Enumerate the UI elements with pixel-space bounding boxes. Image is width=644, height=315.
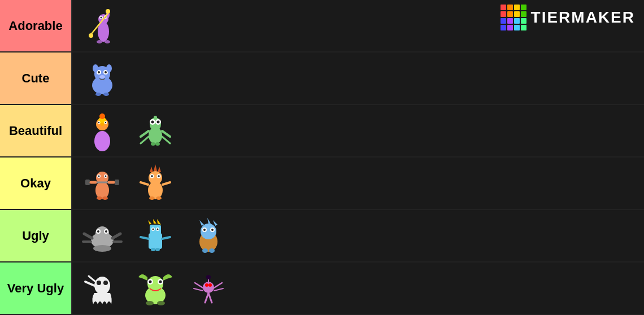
svg-point-15 <box>98 71 100 73</box>
svg-line-123 <box>208 293 212 303</box>
svg-line-124 <box>195 283 204 288</box>
svg-point-93 <box>151 248 155 251</box>
svg-marker-88 <box>148 220 151 225</box>
logo-cell <box>501 5 506 10</box>
tier-label-ugly: Ugly <box>0 210 71 261</box>
svg-point-85 <box>153 228 154 230</box>
svg-point-106 <box>94 277 110 295</box>
monster-slot-ugly-2 <box>130 213 181 259</box>
svg-point-18 <box>93 64 98 72</box>
tier-content-veryugly <box>71 262 644 314</box>
svg-point-17 <box>105 71 107 73</box>
tier-row-cute: Cute <box>0 53 644 105</box>
monster-veryugly-3 <box>186 266 231 311</box>
svg-point-87 <box>157 228 159 230</box>
svg-line-39 <box>141 131 149 137</box>
svg-point-31 <box>105 121 106 123</box>
svg-marker-101 <box>199 220 204 226</box>
svg-point-22 <box>103 93 109 96</box>
svg-line-42 <box>162 137 170 143</box>
monster-slot-okay-1 <box>77 161 128 206</box>
svg-line-69 <box>141 182 148 185</box>
svg-marker-64 <box>150 167 153 172</box>
svg-point-26 <box>99 113 105 119</box>
svg-point-21 <box>95 93 101 96</box>
svg-line-122 <box>205 293 208 303</box>
tier-row-okay: Okay <box>0 158 644 210</box>
svg-point-108 <box>103 281 108 285</box>
svg-point-96 <box>201 224 216 239</box>
logo-cell <box>514 5 520 10</box>
logo-cell <box>507 25 513 30</box>
monster-slot-ugly-3 <box>183 213 234 259</box>
svg-point-104 <box>202 248 208 253</box>
svg-line-125 <box>213 283 222 288</box>
svg-marker-65 <box>154 164 157 171</box>
monster-slot-beautiful-2 <box>130 108 181 154</box>
tier-label-cute: Cute <box>0 53 71 104</box>
svg-point-3 <box>101 16 102 18</box>
monster-slot-ugly-1 <box>77 213 128 259</box>
svg-rect-82 <box>149 233 162 249</box>
svg-point-7 <box>106 9 110 14</box>
svg-line-91 <box>141 237 149 239</box>
tiermaker-logo: TiERMAKER <box>501 5 635 30</box>
svg-point-76 <box>105 230 107 233</box>
svg-point-121 <box>208 283 212 287</box>
svg-point-27 <box>101 123 104 126</box>
svg-point-98 <box>203 229 206 231</box>
tier-label-beautiful: Beautiful <box>0 105 71 156</box>
svg-point-43 <box>151 142 155 146</box>
tier-row-ugly: Ugly <box>0 210 644 262</box>
svg-line-110 <box>89 276 95 282</box>
logo-cell <box>521 25 526 30</box>
svg-point-9 <box>89 33 93 38</box>
monster-ugly-1 <box>80 213 125 259</box>
svg-rect-83 <box>150 225 161 235</box>
svg-marker-103 <box>213 220 217 226</box>
monster-veryugly-1 <box>80 266 125 311</box>
svg-marker-102 <box>207 218 211 224</box>
monster-beautiful-2 <box>133 108 178 154</box>
monster-slot-beautiful-1 <box>77 108 128 154</box>
tier-content-cute <box>71 53 644 104</box>
svg-point-120 <box>205 283 208 287</box>
logo-cell <box>514 25 520 30</box>
tier-table: Adorable Cute Beautiful <box>0 0 644 315</box>
svg-point-56 <box>97 196 102 200</box>
svg-point-37 <box>157 120 160 123</box>
svg-point-119 <box>203 282 214 293</box>
monster-ugly-3 <box>186 213 231 259</box>
svg-line-70 <box>163 182 170 185</box>
logo-cell <box>521 11 526 17</box>
logo-cell <box>501 25 506 30</box>
svg-marker-66 <box>158 167 161 172</box>
svg-point-128 <box>206 275 211 279</box>
svg-point-11 <box>105 40 110 43</box>
monster-beautiful-1 <box>80 108 125 154</box>
tier-content-okay <box>71 158 644 209</box>
svg-point-74 <box>97 230 99 233</box>
logo-cell <box>501 18 506 24</box>
monster-slot-okay-2 <box>130 161 181 206</box>
logo-cell <box>514 11 520 17</box>
logo-grid <box>501 5 526 30</box>
svg-point-23 <box>94 131 110 151</box>
svg-point-59 <box>149 171 162 185</box>
svg-point-19 <box>106 64 112 72</box>
svg-marker-89 <box>153 219 156 224</box>
svg-line-78 <box>112 234 120 238</box>
svg-point-44 <box>155 142 160 146</box>
tier-label-veryugly: Very Ugly <box>0 262 71 314</box>
svg-point-105 <box>209 248 215 253</box>
svg-point-107 <box>97 281 101 285</box>
tier-content-beautiful <box>71 105 644 156</box>
svg-point-68 <box>156 196 162 200</box>
svg-point-114 <box>149 280 152 283</box>
tier-row-beautiful: Beautiful <box>0 105 644 158</box>
svg-point-63 <box>158 175 160 177</box>
monster-slot-cute-1 <box>77 56 128 101</box>
svg-line-92 <box>162 237 170 239</box>
svg-point-118 <box>157 301 165 305</box>
monster-okay-2 <box>133 161 178 206</box>
